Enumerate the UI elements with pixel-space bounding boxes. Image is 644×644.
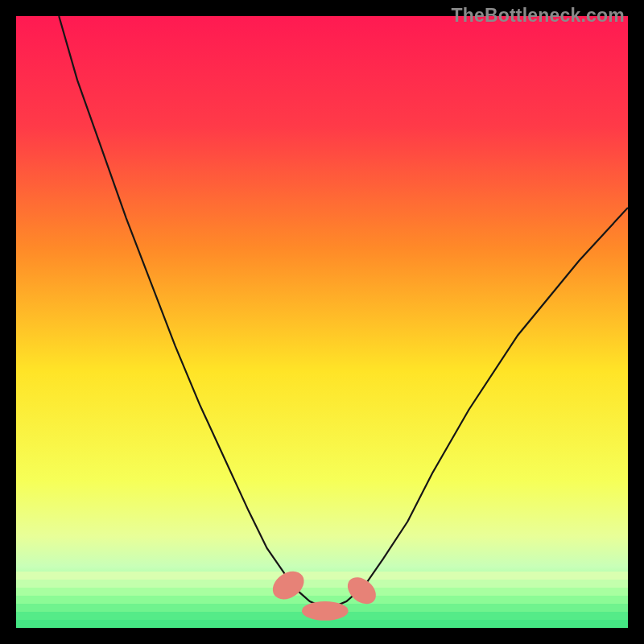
band-0 [16,572,628,580]
marker-center [302,601,349,621]
watermark-text: TheBottleneck.com [451,5,625,27]
band-6 [16,620,628,628]
chart-frame [16,16,628,628]
band-2 [16,588,628,596]
chart-svg [16,16,628,628]
band-1 [16,580,628,588]
gradient-bg [16,16,628,628]
